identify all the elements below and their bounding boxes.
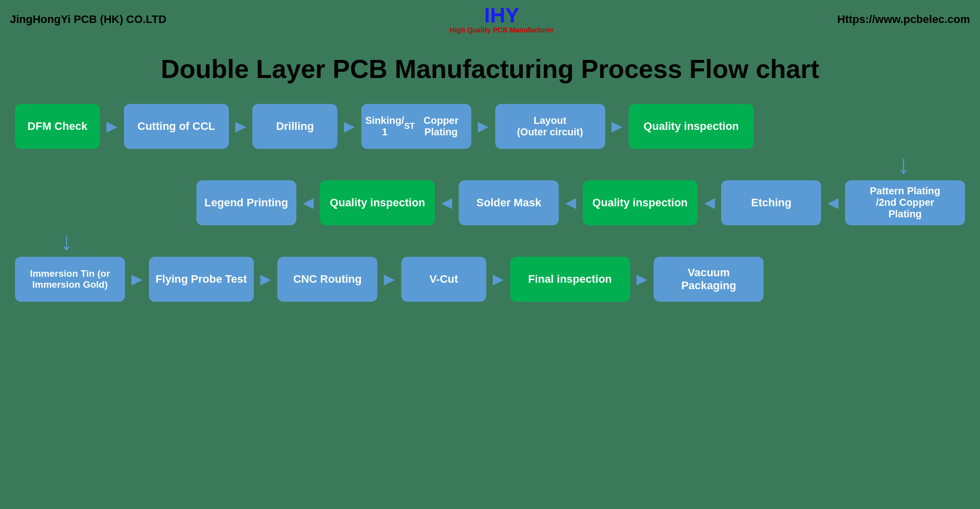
vacuum-packaging-box: VacuumPackaging bbox=[654, 257, 764, 302]
cnc-routing-box: CNC Routing bbox=[277, 257, 377, 302]
header: JingHongYi PCB (HK) CO.LTD IHY High Qual… bbox=[0, 0, 980, 39]
arrow-r3-4: ► bbox=[486, 269, 510, 290]
arrow-r2-3: ► bbox=[559, 192, 583, 213]
flow-row-3: Immersion Tin (orImmersion Gold) ► Flyin… bbox=[15, 257, 965, 302]
flow-row-1: DFM Check ► Cutting of CCL ► Drilling ► … bbox=[15, 104, 965, 149]
arrow-r3-1: ► bbox=[125, 269, 149, 290]
down-arrow-icon-2: ↓ bbox=[60, 229, 73, 253]
arrow-r2-1: ► bbox=[821, 192, 845, 213]
pattern-plating-box: Pattern Plating/2nd CopperPlating bbox=[845, 180, 965, 225]
solder-mask-box: Solder Mask bbox=[459, 180, 559, 225]
flying-probe-box: Flying Probe Test bbox=[149, 257, 254, 302]
down-arrow-left: ↓ bbox=[15, 229, 965, 253]
arrow-r1-5: ► bbox=[605, 116, 629, 137]
flowchart: DFM Check ► Cutting of CCL ► Drilling ► … bbox=[0, 104, 980, 317]
website: Https://www.pcbelec.com bbox=[837, 13, 970, 26]
arrow-r1-4: ► bbox=[471, 116, 495, 137]
page-title: Double Layer PCB Manufacturing Process F… bbox=[0, 39, 980, 104]
arrow-r2-5: ► bbox=[296, 192, 320, 213]
etching-box: Etching bbox=[721, 180, 821, 225]
arrow-r1-3: ► bbox=[337, 116, 361, 137]
arrow-r1-2: ► bbox=[229, 116, 253, 137]
immersion-tin-box: Immersion Tin (orImmersion Gold) bbox=[15, 257, 125, 302]
v-cut-box: V-Cut bbox=[401, 257, 486, 302]
flow-row-2: Pattern Plating/2nd CopperPlating ► Etch… bbox=[15, 180, 965, 225]
arrow-r3-5: ► bbox=[630, 269, 654, 290]
layout-box: Layout(Outer circuit) bbox=[495, 104, 605, 149]
logo-text: IHY bbox=[484, 5, 519, 26]
cutting-ccl-box: Cutting of CCL bbox=[124, 104, 229, 149]
final-inspection-box: Final inspection bbox=[510, 257, 630, 302]
arrow-r2-4: ► bbox=[435, 192, 459, 213]
logo-subtitle: High Quality PCB Manufacturer bbox=[450, 26, 554, 34]
arrow-r3-3: ► bbox=[377, 269, 401, 290]
legend-printing-box: Legend Printing bbox=[196, 180, 296, 225]
quality-insp-2-box: Quality inspection bbox=[320, 180, 435, 225]
arrow-r3-2: ► bbox=[254, 269, 278, 290]
arrow-r2-2: ► bbox=[698, 192, 722, 213]
drilling-box: Drilling bbox=[252, 104, 337, 149]
logo: IHY High Quality PCB Manufacturer bbox=[450, 5, 554, 34]
sinking-box: Sinking/1ST Copper Plating bbox=[361, 104, 471, 149]
quality-insp-3-box: Quality inspection bbox=[583, 180, 698, 225]
dfm-check-box: DFM Check bbox=[15, 104, 100, 149]
arrow-r1-1: ► bbox=[100, 116, 124, 137]
company-name: JingHongYi PCB (HK) CO.LTD bbox=[10, 13, 166, 26]
down-arrow-right: ↓ bbox=[15, 153, 965, 176]
quality-insp-1-box: Quality inspection bbox=[629, 104, 754, 149]
down-arrow-icon-1: ↓ bbox=[897, 153, 910, 176]
